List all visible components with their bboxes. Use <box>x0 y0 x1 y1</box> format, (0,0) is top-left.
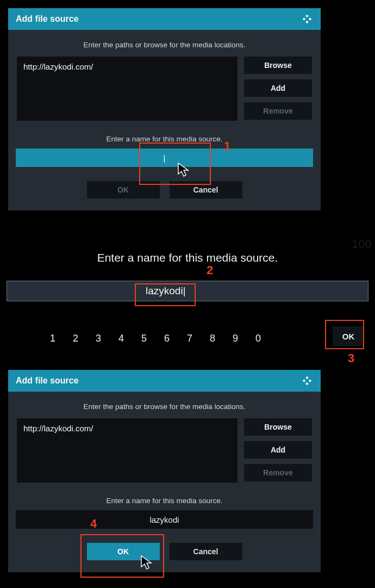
instruction-text: Enter the paths or browse for the media … <box>17 41 312 49</box>
dialog-header: Add file source <box>8 8 321 30</box>
instruction-text: Enter the paths or browse for the media … <box>17 403 312 411</box>
dialog-title: Add file source <box>16 14 79 24</box>
key-8[interactable]: 8 <box>208 333 217 344</box>
cancel-button[interactable]: Cancel <box>170 543 242 560</box>
name-input[interactable]: | <box>16 148 313 167</box>
cancel-button[interactable]: Cancel <box>170 181 242 199</box>
key-0[interactable]: 0 <box>253 333 263 344</box>
keyboard-input[interactable]: lazykodi| <box>7 281 368 301</box>
add-file-source-dialog-step3: Add file source Enter the paths or brows… <box>8 370 321 572</box>
keyboard-prompt: Enter a name for this media source. <box>0 251 375 264</box>
kodi-logo-icon <box>301 13 313 25</box>
number-key-row: 1 2 3 4 5 6 7 8 9 0 <box>48 333 263 344</box>
add-button[interactable]: Add <box>244 79 312 97</box>
ok-button: OK <box>87 181 160 199</box>
dialog-header: Add file source <box>8 370 321 392</box>
remove-button: Remove <box>244 464 312 481</box>
add-button[interactable]: Add <box>244 441 312 459</box>
onscreen-keyboard-section: Enter a name for this media source. lazy… <box>0 239 375 370</box>
remove-button: Remove <box>244 102 312 120</box>
name-label: Enter a name for this media source. <box>17 497 312 505</box>
key-1[interactable]: 1 <box>48 333 58 344</box>
key-9[interactable]: 9 <box>230 333 240 344</box>
dialog-body: Enter the paths or browse for the media … <box>8 30 321 211</box>
name-input[interactable]: lazykodi <box>16 510 313 529</box>
add-file-source-dialog-step1: Add file source Enter the paths or brows… <box>8 8 321 211</box>
dialog-title: Add file source <box>16 376 79 386</box>
key-4[interactable]: 4 <box>116 333 126 344</box>
keyboard-ok-button[interactable]: OK <box>333 326 364 346</box>
key-3[interactable]: 3 <box>93 333 103 344</box>
paths-input[interactable]: http://lazykodi.com/ <box>17 57 238 121</box>
dialog-body: Enter the paths or browse for the media … <box>8 392 321 572</box>
key-6[interactable]: 6 <box>162 333 172 344</box>
kodi-logo-icon <box>301 375 313 387</box>
key-5[interactable]: 5 <box>139 333 149 344</box>
browse-button[interactable]: Browse <box>244 57 312 74</box>
name-label: Enter a name for this media source. <box>17 135 312 143</box>
page-number: 100 <box>352 237 372 251</box>
ok-button[interactable]: OK <box>87 543 160 560</box>
paths-input[interactable]: http://lazykodi.com/ <box>17 418 238 482</box>
key-2[interactable]: 2 <box>71 333 80 344</box>
browse-button[interactable]: Browse <box>244 418 312 436</box>
key-7[interactable]: 7 <box>185 333 195 344</box>
